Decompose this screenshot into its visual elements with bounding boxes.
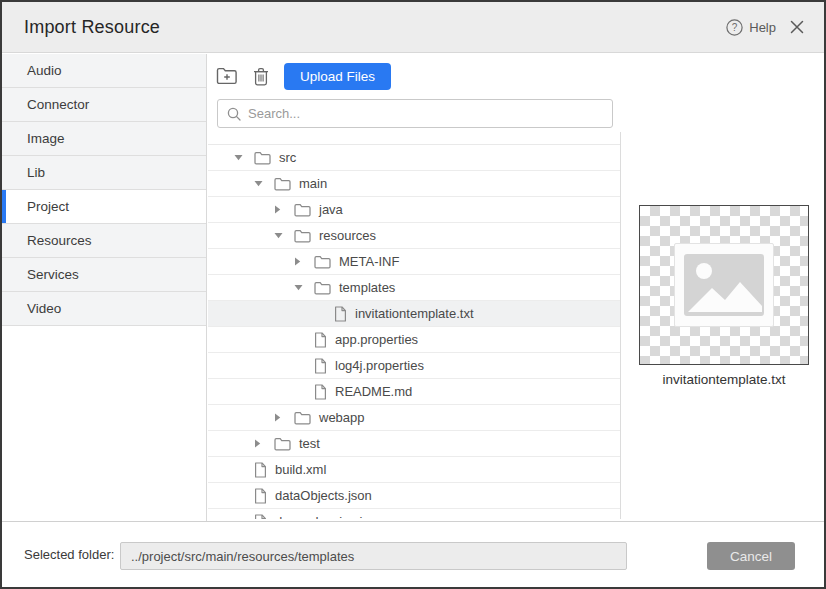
sidebar-item-resources[interactable]: Resources bbox=[2, 224, 206, 258]
search-box bbox=[217, 99, 613, 128]
sidebar-item-label: Project bbox=[27, 199, 69, 214]
tree-row[interactable]: README.md bbox=[208, 379, 620, 405]
tree-node-label: dataObjects.json bbox=[275, 488, 372, 503]
sidebar-item-video[interactable]: Video bbox=[2, 292, 206, 326]
sidebar-item-services[interactable]: Services bbox=[2, 258, 206, 292]
upload-files-button[interactable]: Upload Files bbox=[284, 63, 391, 90]
tree-row[interactable]: webapp bbox=[208, 405, 620, 431]
selected-folder-label: Selected folder: bbox=[24, 547, 114, 562]
delete-icon[interactable] bbox=[253, 67, 269, 86]
chevron-down-icon[interactable] bbox=[274, 232, 294, 239]
file-icon bbox=[314, 358, 327, 374]
file-icon bbox=[254, 514, 267, 520]
file-icon bbox=[254, 488, 267, 504]
sidebar-item-label: Resources bbox=[27, 233, 92, 248]
sidebar-item-connector[interactable]: Connector bbox=[2, 88, 206, 122]
preview-filename: invitationtemplate.txt bbox=[622, 372, 826, 387]
search-input[interactable] bbox=[248, 106, 603, 121]
tree-node-label: dependencies.json bbox=[275, 514, 383, 519]
chevron-down-icon[interactable] bbox=[294, 284, 314, 291]
tree-node-label: resources bbox=[319, 228, 376, 243]
sidebar-item-label: Audio bbox=[27, 63, 62, 78]
chevron-right-icon[interactable] bbox=[274, 205, 294, 214]
tree-row[interactable]: META-INF bbox=[208, 249, 620, 275]
folder-icon bbox=[254, 151, 271, 165]
file-icon bbox=[254, 462, 267, 478]
tree-partial-row bbox=[208, 132, 620, 145]
help-button[interactable]: ? Help bbox=[726, 19, 776, 36]
sidebar-item-label: Lib bbox=[27, 165, 45, 180]
tree-node-label: build.xml bbox=[275, 462, 326, 477]
import-resource-dialog: Import Resource ? Help AudioConnectorIma… bbox=[0, 0, 826, 589]
tree-row[interactable]: src bbox=[208, 145, 620, 171]
tree-node-label: META-INF bbox=[339, 254, 399, 269]
dialog-header: Import Resource ? Help bbox=[2, 2, 824, 53]
tree-row[interactable]: main bbox=[208, 171, 620, 197]
folder-icon bbox=[294, 229, 311, 243]
tree-node-label: invitationtemplate.txt bbox=[355, 306, 474, 321]
chevron-down-icon[interactable] bbox=[254, 180, 274, 187]
sidebar-item-audio[interactable]: Audio bbox=[2, 54, 206, 88]
help-icon: ? bbox=[726, 19, 743, 36]
tree-row[interactable]: dataObjects.json bbox=[208, 483, 620, 509]
tree-row[interactable]: dependencies.json bbox=[208, 509, 620, 519]
chevron-right-icon[interactable] bbox=[254, 439, 274, 448]
tree-row[interactable]: log4j.properties bbox=[208, 353, 620, 379]
folder-icon bbox=[274, 177, 291, 191]
search-icon bbox=[227, 107, 241, 121]
file-icon bbox=[314, 384, 327, 400]
file-icon bbox=[314, 332, 327, 348]
tree-node-label: main bbox=[299, 176, 327, 191]
chevron-down-icon[interactable] bbox=[234, 154, 254, 161]
tree-node-label: src bbox=[279, 150, 296, 165]
new-folder-icon[interactable] bbox=[216, 67, 238, 85]
tree-row[interactable]: resources bbox=[208, 223, 620, 249]
tree-row[interactable]: invitationtemplate.txt bbox=[208, 301, 620, 327]
tree-row[interactable]: java bbox=[208, 197, 620, 223]
folder-icon bbox=[274, 437, 291, 451]
file-tree: srcmainjavaresourcesMETA-INFtemplatesinv… bbox=[208, 132, 621, 519]
tree-node-label: app.properties bbox=[335, 332, 418, 347]
chevron-right-icon[interactable] bbox=[294, 257, 314, 266]
toolbar: Upload Files bbox=[216, 54, 391, 98]
tree-node-label: log4j.properties bbox=[335, 358, 424, 373]
sidebar-item-lib[interactable]: Lib bbox=[2, 156, 206, 190]
sidebar-item-label: Services bbox=[27, 267, 79, 282]
sidebar: AudioConnectorImageLibProjectResourcesSe… bbox=[2, 54, 207, 521]
folder-icon bbox=[294, 203, 311, 217]
sidebar-item-project[interactable]: Project bbox=[2, 190, 206, 224]
sidebar-item-label: Connector bbox=[27, 97, 89, 112]
chevron-right-icon[interactable] bbox=[274, 413, 294, 422]
folder-icon bbox=[314, 281, 331, 295]
tree-node-label: README.md bbox=[335, 384, 412, 399]
folder-icon bbox=[314, 255, 331, 269]
tree-row[interactable]: test bbox=[208, 431, 620, 457]
sidebar-item-label: Video bbox=[27, 301, 61, 316]
tree-row[interactable]: build.xml bbox=[208, 457, 620, 483]
dialog-title: Import Resource bbox=[24, 17, 160, 38]
tree-node-label: test bbox=[299, 436, 320, 451]
svg-text:?: ? bbox=[732, 22, 738, 33]
cancel-button[interactable]: Cancel bbox=[707, 542, 795, 570]
preview-panel: invitationtemplate.txt bbox=[622, 132, 824, 519]
sidebar-item-label: Image bbox=[27, 131, 65, 146]
tree-row[interactable]: templates bbox=[208, 275, 620, 301]
tree-node-label: webapp bbox=[319, 410, 365, 425]
selected-folder-path-input[interactable] bbox=[120, 542, 627, 570]
image-placeholder-icon bbox=[674, 243, 774, 327]
tree-node-label: java bbox=[319, 202, 343, 217]
sidebar-item-image[interactable]: Image bbox=[2, 122, 206, 156]
folder-icon bbox=[294, 411, 311, 425]
tree-row[interactable]: app.properties bbox=[208, 327, 620, 353]
dialog-footer: Selected folder: Cancel bbox=[2, 521, 824, 587]
close-icon[interactable] bbox=[790, 20, 804, 34]
tree-node-label: templates bbox=[339, 280, 395, 295]
preview-thumbnail bbox=[639, 205, 809, 365]
file-icon bbox=[334, 306, 347, 322]
help-label: Help bbox=[749, 20, 776, 35]
